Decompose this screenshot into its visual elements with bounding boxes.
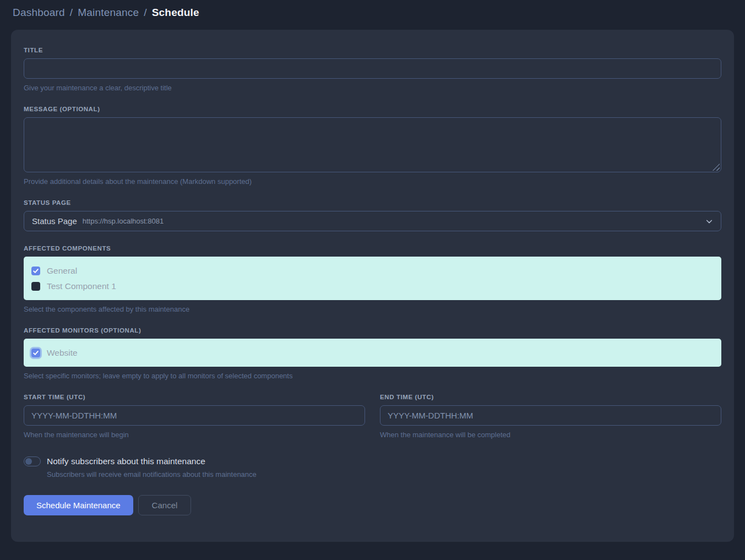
start-time-label: START TIME (UTC) [24,394,365,400]
message-field-group: MESSAGE (OPTIONAL) Provide additional de… [24,106,721,186]
end-time-field-group: END TIME (UTC) When the maintenance will… [380,394,721,439]
check-icon [33,350,39,356]
affected-monitors-panel: Website [24,339,721,367]
breadcrumb: Dashboard / Maintenance / Schedule [13,7,732,19]
status-page-selected-name: Status Page [32,216,77,226]
affected-monitors-helper-text: Select specific monitors; leave empty to… [24,372,721,380]
affected-components-label: AFFECTED COMPONENTS [24,245,721,252]
title-input[interactable] [24,58,721,79]
schedule-maintenance-form-card: TITLE Give your maintenance a clear, des… [11,30,734,542]
component-option-label: Test Component 1 [47,281,116,291]
notify-subscribers-section: Notify subscribers about this maintenanc… [24,456,721,479]
affected-components-panel: General Test Component 1 [24,257,721,300]
checkbox-test-component-1[interactable] [31,282,40,291]
breadcrumb-maintenance[interactable]: Maintenance [78,7,139,19]
affected-components-helper-text: Select the components affected by this m… [24,305,721,313]
start-time-field-group: START TIME (UTC) When the maintenance wi… [24,394,365,439]
form-actions: Schedule Maintenance Cancel [24,495,721,515]
status-page-select[interactable]: Status Page https://hsp.localhost:8081 [24,211,721,231]
breadcrumb-separator: / [144,7,146,19]
component-option-test-component-1[interactable]: Test Component 1 [31,279,714,293]
message-label: MESSAGE (OPTIONAL) [24,106,721,112]
breadcrumb-separator: / [70,7,73,19]
component-option-label: General [47,266,77,276]
toggle-knob [25,458,32,465]
end-time-input[interactable] [380,405,721,426]
notify-subscribers-toggle[interactable] [24,456,41,466]
title-helper-text: Give your maintenance a clear, descripti… [24,84,721,92]
checkbox-general[interactable] [31,267,40,275]
chevron-down-icon [705,218,713,225]
time-fields-row: START TIME (UTC) When the maintenance wi… [24,394,721,439]
affected-monitors-label: AFFECTED MONITORS (OPTIONAL) [24,327,721,334]
status-page-label: STATUS PAGE [24,199,721,206]
notify-subscribers-helper-text: Subscribers will receive email notificat… [47,470,721,479]
affected-components-field-group: AFFECTED COMPONENTS General Test Compone… [24,245,721,313]
end-time-label: END TIME (UTC) [380,394,721,400]
breadcrumb-current-schedule: Schedule [152,7,199,19]
breadcrumb-dashboard[interactable]: Dashboard [13,7,65,19]
status-page-selected-url: https://hsp.localhost:8081 [83,217,164,225]
status-page-field-group: STATUS PAGE Status Page https://hsp.loca… [24,199,721,231]
monitor-option-label: Website [47,348,78,358]
checkbox-website[interactable] [31,349,40,357]
start-time-input[interactable] [24,405,365,426]
title-label: TITLE [24,47,721,53]
check-icon [33,268,39,274]
title-field-group: TITLE Give your maintenance a clear, des… [24,47,721,92]
affected-monitors-field-group: AFFECTED MONITORS (OPTIONAL) Website Sel… [24,327,721,380]
cancel-button[interactable]: Cancel [138,495,192,515]
component-option-general[interactable]: General [31,264,714,278]
notify-subscribers-label[interactable]: Notify subscribers about this maintenanc… [47,456,205,466]
message-helper-text: Provide additional details about the mai… [24,177,721,186]
start-time-helper-text: When the maintenance will begin [24,431,365,439]
monitor-option-website[interactable]: Website [31,346,714,360]
top-bar: Dashboard / Maintenance / Schedule [0,0,745,24]
message-textarea[interactable] [24,117,721,172]
schedule-maintenance-button[interactable]: Schedule Maintenance [24,495,133,515]
end-time-helper-text: When the maintenance will be completed [380,431,721,439]
